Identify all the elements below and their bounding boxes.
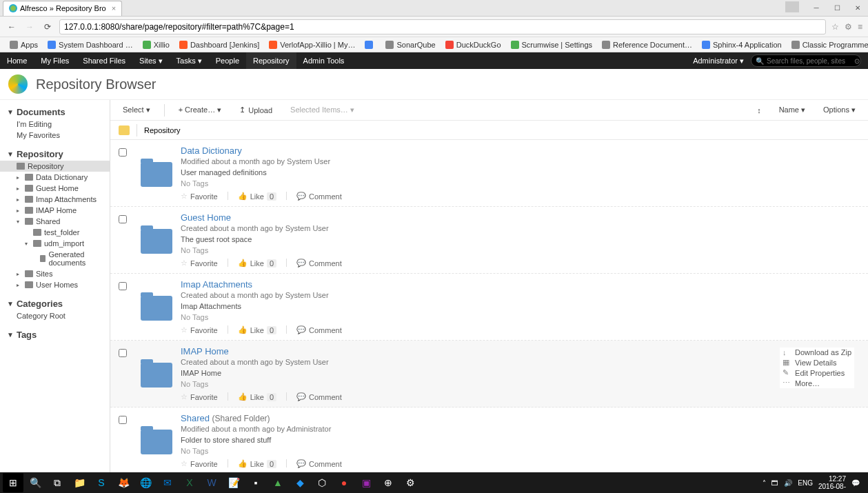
folder-title[interactable]: Shared (Shared Folder) (181, 413, 860, 423)
favorite-button[interactable]: ☆Favorite (181, 192, 218, 201)
bookmark-item[interactable]: SonarQube (381, 39, 439, 50)
app-icon[interactable]: ● (334, 473, 354, 492)
bookmark-item[interactable]: VerlofApp-Xillio | My… (265, 39, 359, 50)
nav-admin-tools[interactable]: Admin Tools (296, 52, 352, 69)
like-button[interactable]: 👍Like 0 (238, 192, 276, 201)
word-icon[interactable]: W (201, 473, 222, 492)
sidebar-tree-item[interactable]: ▸Imap Attachments (0, 194, 110, 205)
excel-icon[interactable]: X (179, 473, 200, 492)
comment-button[interactable]: 💬Comment (296, 459, 342, 468)
folder-icon[interactable] (141, 296, 172, 321)
forward-button[interactable]: → (23, 21, 36, 33)
favorite-button[interactable]: ☆Favorite (181, 259, 218, 268)
hover-action[interactable]: ⋯More… (780, 378, 854, 388)
nav-sites[interactable]: Sites ▾ (132, 52, 170, 69)
sidebar-tree-item[interactable]: ▸Data Dictionary (0, 172, 110, 183)
nav-shared-files[interactable]: Shared Files (76, 52, 132, 69)
user-menu[interactable]: Administrator ▾ (686, 52, 751, 69)
chrome-icon[interactable]: 🌐 (135, 473, 156, 492)
chrome-user-badge[interactable] (785, 1, 799, 12)
app-icon[interactable]: ◆ (290, 473, 310, 492)
terminal-icon[interactable]: ▪ (245, 473, 266, 492)
sidebar-tags-header[interactable]: ▼Tags (0, 328, 110, 341)
sort-field-button[interactable]: Name ▾ (775, 103, 809, 117)
menu-icon[interactable]: ≡ (858, 22, 862, 32)
nav-home[interactable]: Home (0, 52, 34, 69)
app-icon[interactable]: ⬡ (312, 473, 332, 492)
bookmark-item[interactable]: Xillio (139, 39, 174, 50)
hover-action[interactable]: ▦View Details (780, 357, 854, 368)
minimize-button[interactable]: ─ (806, 1, 827, 15)
folder-row[interactable]: Data Dictionary Modified about a month a… (110, 140, 868, 207)
row-checkbox[interactable] (119, 215, 127, 223)
sidebar-repository-root[interactable]: Repository (0, 161, 110, 172)
sidebar-categories-header[interactable]: ▼Categories (0, 297, 110, 310)
reload-button[interactable]: ⟳ (41, 21, 54, 33)
tray-chevron-icon[interactable]: ˄ (763, 479, 766, 487)
row-checkbox[interactable] (119, 349, 127, 357)
comment-button[interactable]: 💬Comment (296, 392, 342, 401)
favorite-button[interactable]: ☆Favorite (181, 325, 218, 334)
skype-icon[interactable]: S (91, 473, 112, 492)
row-checkbox[interactable] (119, 416, 127, 424)
browser-tab[interactable]: Alfresco » Repository Bro × (3, 1, 122, 16)
search-advanced-icon[interactable]: ⊙ (854, 57, 860, 65)
bookmark-item[interactable]: System Dashboard … (43, 39, 137, 50)
upload-button[interactable]: ↥Upload (235, 103, 276, 117)
maximize-button[interactable]: ☐ (827, 1, 847, 15)
app-icon[interactable]: ⚙ (400, 473, 421, 492)
options-button[interactable]: Options ▾ (819, 103, 860, 117)
nav-people[interactable]: People (209, 52, 246, 69)
like-button[interactable]: 👍Like 0 (238, 259, 276, 268)
language-indicator[interactable]: ENG (798, 479, 813, 487)
bookmark-apps[interactable]: Apps (6, 39, 42, 50)
sidebar-tree-item[interactable]: ▸Sites (0, 268, 110, 279)
search-input[interactable] (767, 57, 854, 65)
app-icon[interactable]: ▲ (268, 473, 288, 492)
folder-row[interactable]: Shared (Shared Folder) Modified about a … (110, 408, 868, 472)
hover-action[interactable]: ✎Edit Properties (780, 368, 854, 378)
network-icon[interactable]: 🗔 (771, 479, 778, 487)
firefox-icon[interactable]: 🦊 (113, 473, 134, 492)
close-button[interactable]: ✕ (847, 1, 868, 15)
nav-tasks[interactable]: Tasks ▾ (170, 52, 209, 69)
folder-row[interactable]: Imap Attachments Created about a month a… (110, 274, 868, 341)
like-button[interactable]: 👍Like 0 (238, 325, 276, 334)
bookmark-item[interactable]: Classic Programmer (787, 39, 868, 50)
back-button[interactable]: ← (6, 21, 18, 33)
bookmark-item[interactable]: Sphinx-4 Application (698, 39, 786, 50)
folder-icon[interactable] (141, 430, 172, 454)
breadcrumb-root[interactable]: Repository (144, 126, 181, 134)
sidebar-tree-item[interactable]: ▸IMAP Home (0, 205, 110, 216)
global-search[interactable]: 🔍 ⊙ (751, 54, 861, 67)
bookmark-item[interactable]: Dashboard [Jenkins] (175, 39, 263, 50)
folder-title[interactable]: IMAP Home (181, 346, 860, 356)
bookmark-item[interactable]: Scrumwise | Settings (507, 39, 597, 50)
comment-button[interactable]: 💬Comment (296, 192, 342, 201)
row-checkbox[interactable] (119, 148, 127, 157)
folder-row[interactable]: IMAP Home Created about a month ago by S… (110, 341, 868, 408)
nav-my-files[interactable]: My Files (34, 52, 76, 69)
comment-button[interactable]: 💬Comment (296, 325, 342, 334)
like-button[interactable]: 👍Like 0 (238, 392, 276, 401)
sidebar-repository-header[interactable]: ▼Repository (0, 148, 110, 161)
row-checkbox[interactable] (119, 282, 127, 290)
sort-direction-button[interactable]: ↕ (753, 104, 765, 117)
folder-title[interactable]: Data Dictionary (181, 145, 860, 156)
star-icon[interactable]: ☆ (831, 22, 839, 32)
sidebar-tree-item[interactable]: ▾Shared (0, 216, 110, 227)
folder-icon[interactable] (141, 162, 172, 187)
sidebar-im-editing[interactable]: I'm Editing (0, 119, 110, 130)
url-input[interactable] (59, 19, 826, 34)
bookmark-item[interactable]: Reference Document… (598, 39, 696, 50)
task-view-button[interactable]: ⧉ (47, 473, 68, 492)
nav-repository[interactable]: Repository (246, 52, 296, 69)
select-button[interactable]: Select ▾ (119, 103, 154, 117)
folder-row[interactable]: Guest Home Created about a month ago by … (110, 207, 868, 274)
like-button[interactable]: 👍Like 0 (238, 459, 276, 468)
folder-list[interactable]: Data Dictionary Modified about a month a… (110, 140, 868, 472)
system-tray[interactable]: ˄ 🗔 🔊 ENG 12:27 2016-08- 💬 (763, 475, 865, 490)
sidebar-tree-item[interactable]: test_folder (0, 227, 110, 238)
notepad-icon[interactable]: 📝 (223, 473, 244, 492)
bookmark-item[interactable]: DuckDuckGo (441, 39, 505, 50)
